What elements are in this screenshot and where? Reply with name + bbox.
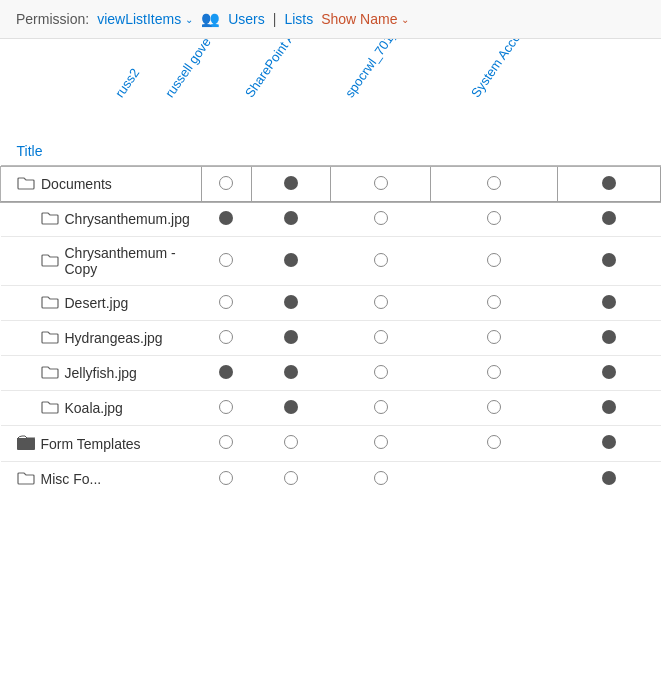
dot-cell-chrysanthemum-col0 [201, 202, 251, 237]
dot-empty-icon [374, 471, 388, 485]
dot-cell-documents-col0 [201, 167, 251, 202]
dot-empty-icon [374, 330, 388, 344]
dot-empty-icon [374, 435, 388, 449]
folder-open-icon [41, 364, 59, 382]
folder-open-icon [17, 175, 35, 193]
table-row-hydrangeas: Hydrangeas.jpg [1, 321, 661, 356]
dot-filled-icon [602, 435, 616, 449]
dot-filled-icon [284, 211, 298, 225]
title-cell-chrysanthemum: Chrysanthemum.jpg [1, 202, 202, 237]
dot-empty-icon [374, 211, 388, 225]
dot-cell-jellyfish-col0 [201, 356, 251, 391]
dot-cell-form-templates-col4 [557, 426, 660, 462]
dot-cell-desert-col4 [557, 286, 660, 321]
dot-empty-icon [219, 435, 233, 449]
column-headers-row: Title russ2 russell gove SharePoint App … [1, 39, 661, 166]
dot-empty-icon [487, 211, 501, 225]
dot-filled-icon [219, 211, 233, 225]
dot-empty-icon [487, 176, 501, 190]
dot-empty-icon [374, 400, 388, 414]
dot-empty-icon [219, 176, 233, 190]
table-row-desert: Desert.jpg [1, 286, 661, 321]
dot-cell-desert-col0 [201, 286, 251, 321]
dot-empty-icon [219, 471, 233, 485]
dot-cell-misc-partial-col0 [201, 462, 251, 497]
dot-cell-hydrangeas-col0 [201, 321, 251, 356]
table-row-chrysanthemum-copy: Chrysanthemum - Copy [1, 237, 661, 286]
dot-filled-icon [602, 253, 616, 267]
dot-cell-form-templates-col2 [331, 426, 431, 462]
dot-filled-icon [284, 176, 298, 190]
dot-empty-icon [219, 295, 233, 309]
dot-filled-icon [602, 330, 616, 344]
dot-filled-icon [284, 253, 298, 267]
dot-cell-koala-col0 [201, 391, 251, 426]
dot-cell-jellyfish-col3 [431, 356, 557, 391]
dot-cell-hydrangeas-col3 [431, 321, 557, 356]
lists-link[interactable]: Lists [284, 11, 313, 27]
dot-filled-icon [284, 330, 298, 344]
dot-filled-icon [602, 365, 616, 379]
dot-filled-icon [602, 400, 616, 414]
row-label-documents: Documents [41, 176, 112, 192]
table-row-misc-partial: Misc Fo... [1, 462, 661, 497]
dot-cell-documents-col1 [251, 167, 330, 202]
table-row-jellyfish: Jellyfish.jpg [1, 356, 661, 391]
dot-cell-chrysanthemum-copy-col2 [331, 237, 431, 286]
folder-filled-icon [17, 434, 35, 453]
dot-empty-icon [487, 330, 501, 344]
dot-empty-icon [219, 253, 233, 267]
dot-cell-jellyfish-col4 [557, 356, 660, 391]
dot-cell-chrysanthemum-col2 [331, 202, 431, 237]
dot-cell-chrysanthemum-copy-col3 [431, 237, 557, 286]
row-label-form-templates: Form Templates [41, 436, 141, 452]
dot-filled-icon [602, 295, 616, 309]
dot-cell-chrysanthemum-col3 [431, 202, 557, 237]
dot-cell-koala-col1 [251, 391, 330, 426]
dot-filled-icon [284, 295, 298, 309]
dot-cell-chrysanthemum-copy-col4 [557, 237, 660, 286]
dot-cell-misc-partial-col1 [251, 462, 330, 497]
users-link[interactable]: Users [228, 11, 265, 27]
dot-empty-icon [487, 365, 501, 379]
dot-cell-jellyfish-col2 [331, 356, 431, 391]
table-row-form-templates: Form Templates [1, 426, 661, 462]
dot-filled-icon [219, 365, 233, 379]
dot-cell-documents-col4 [557, 167, 660, 202]
dot-cell-desert-col2 [331, 286, 431, 321]
viewlistitems-dropdown[interactable]: viewListItems ⌄ [97, 11, 193, 27]
dot-empty-icon [374, 253, 388, 267]
row-label-misc-partial: Misc Fo... [41, 471, 102, 487]
dot-cell-jellyfish-col1 [251, 356, 330, 391]
dot-cell-misc-partial-col2 [331, 462, 431, 497]
title-cell-jellyfish: Jellyfish.jpg [1, 356, 202, 391]
dot-empty-icon [284, 471, 298, 485]
dot-empty-icon [219, 330, 233, 344]
title-cell-chrysanthemum-copy: Chrysanthemum - Copy [1, 237, 202, 286]
dot-cell-misc-partial-col3 [431, 462, 557, 497]
folder-open-icon [41, 294, 59, 312]
row-label-chrysanthemum-copy: Chrysanthemum - Copy [65, 245, 198, 277]
row-label-koala: Koala.jpg [65, 400, 123, 416]
dot-filled-icon [602, 211, 616, 225]
dot-cell-documents-col2 [331, 167, 431, 202]
permissions-table: Title russ2 russell gove SharePoint App … [0, 39, 661, 496]
dot-cell-form-templates-col1 [251, 426, 330, 462]
title-cell-desert: Desert.jpg [1, 286, 202, 321]
title-cell-koala: Koala.jpg [1, 391, 202, 426]
dot-cell-koala-col3 [431, 391, 557, 426]
folder-open-icon [17, 470, 35, 488]
dot-empty-icon [284, 435, 298, 449]
lists-separator: | [273, 11, 277, 27]
row-label-chrysanthemum: Chrysanthemum.jpg [65, 211, 190, 227]
dot-empty-icon [374, 176, 388, 190]
folder-open-icon [41, 210, 59, 228]
showname-dropdown[interactable]: Show Name ⌄ [321, 11, 409, 27]
title-cell-documents: Documents [1, 167, 202, 202]
dot-filled-icon [602, 471, 616, 485]
dot-empty-icon [374, 365, 388, 379]
svg-rect-1 [17, 438, 25, 441]
dot-filled-icon [284, 400, 298, 414]
dot-cell-chrysanthemum-col1 [251, 202, 330, 237]
users-icon: 👥 [201, 10, 220, 28]
